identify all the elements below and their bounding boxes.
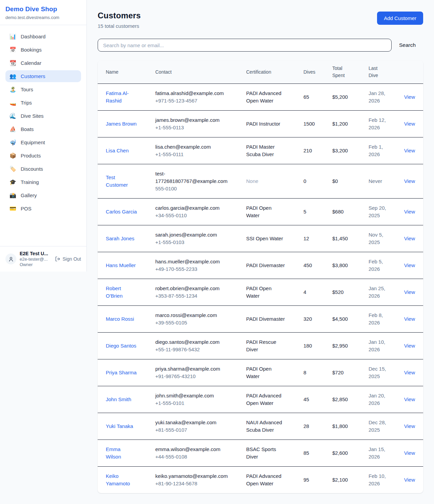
contact-cell: test-1772681807767@example.com 555-0100: [155, 164, 246, 199]
main-content: Customers 15 total customers Add Custome…: [87, 0, 434, 504]
dives-cell: 0: [303, 164, 332, 199]
view-customer-link[interactable]: View: [404, 477, 415, 483]
customer-certification: PADI Open Water: [246, 285, 286, 300]
search-button[interactable]: Search: [396, 40, 419, 50]
customer-certification: PADI Rescue Diver: [246, 338, 286, 353]
last-dive-cell: Feb 12, 2026: [369, 111, 398, 137]
customers-table-body: Fatima Al-Rashid fatima.alrashid@example…: [98, 84, 423, 493]
sidebar-item-pos[interactable]: 💳 POS: [5, 203, 81, 214]
total-spent-cell: $2,950: [332, 333, 369, 359]
sidebar-item-gallery[interactable]: 📸 Gallery: [5, 189, 81, 201]
customer-name-link[interactable]: Marco Rossi: [106, 315, 134, 323]
sidebar-item-customers[interactable]: 👥 Customers: [5, 70, 81, 82]
customer-certification: PADI Instructor: [246, 120, 280, 128]
customer-name-link[interactable]: John Smith: [106, 396, 131, 403]
sidebar-item-equipment[interactable]: 🤿 Equipment: [5, 136, 81, 148]
customer-name-link[interactable]: Emma Wilson: [106, 446, 137, 461]
name-cell: Priya Sharma: [98, 359, 155, 386]
customer-phone: +1-555-0103: [155, 239, 229, 246]
view-customer-link[interactable]: View: [404, 289, 415, 295]
sidebar-item-calendar[interactable]: 📆 Calendar: [5, 57, 81, 69]
view-customer-link[interactable]: View: [404, 396, 415, 402]
customers-icon: 👥: [9, 74, 16, 79]
sidebar-item-dashboard[interactable]: 📊 Dashboard: [5, 31, 81, 42]
view-customer-link[interactable]: View: [404, 178, 415, 184]
sidebar-item-discounts[interactable]: 🏷️ Discounts: [5, 163, 81, 175]
view-customer-link[interactable]: View: [404, 316, 415, 322]
total-spent-cell: $680: [332, 199, 369, 225]
customer-certification: None: [246, 178, 258, 185]
view-customer-link[interactable]: View: [404, 121, 415, 127]
customer-name-link[interactable]: Diego Santos: [106, 342, 136, 350]
sidebar-item-trips[interactable]: 🚤 Trips: [5, 97, 81, 109]
name-cell: Marco Rossi: [98, 306, 155, 333]
contact-cell: james.brown@example.com +1-555-0113: [155, 111, 246, 137]
sidebar-nav: 📊 Dashboard 📅 Bookings 📆 Calendar 👥 Cust…: [0, 25, 86, 219]
contact-cell: fatima.alrashid@example.com +971-55-123-…: [155, 84, 246, 111]
view-customer-link[interactable]: View: [404, 236, 415, 241]
view-customer-link[interactable]: View: [404, 370, 415, 375]
sidebar-item-products[interactable]: 📦 Products: [5, 150, 81, 162]
sign-out-button[interactable]: Sign Out: [55, 256, 81, 262]
gallery-icon: 📸: [9, 193, 16, 198]
sidebar-item-bookings[interactable]: 📅 Bookings: [5, 44, 81, 56]
add-customer-button[interactable]: Add Customer: [377, 12, 423, 25]
customer-name-link[interactable]: Priya Sharma: [106, 369, 137, 376]
sidebar: Demo Dive Shop demo.test.divestreams.com…: [0, 0, 87, 272]
customer-phone: +44-555-0108: [155, 453, 229, 461]
boats-icon: ⛵: [9, 127, 16, 132]
customer-phone: +91-98765-43210: [155, 373, 229, 380]
customer-count: 15 total customers: [98, 23, 141, 29]
customer-certification: PADI Advanced Open Water: [246, 392, 286, 407]
customer-phone: +81-90-1234-5678: [155, 480, 229, 487]
view-customer-link[interactable]: View: [404, 450, 415, 456]
customer-name-link[interactable]: Carlos Garcia: [106, 208, 137, 216]
customer-name-link[interactable]: Lisa Chen: [106, 147, 129, 154]
customer-name-link[interactable]: Hans Mueller: [106, 262, 136, 269]
search-row: Search: [98, 39, 423, 52]
customer-name-link[interactable]: Sarah Jones: [106, 235, 134, 242]
contact-cell: hans.mueller@example.com +49-170-555-223…: [155, 252, 246, 279]
dives-cell: 4: [303, 279, 332, 306]
dives-cell: 95: [303, 467, 332, 493]
total-spent-cell: $1,800: [332, 413, 369, 440]
table-row: James Brown james.brown@example.com +1-5…: [98, 111, 423, 137]
sidebar-item-dive-sites[interactable]: 🌊 Dive Sites: [5, 110, 81, 122]
last-dive-date: Jan 20, 2026: [369, 392, 390, 407]
view-customer-link[interactable]: View: [404, 94, 415, 100]
name-cell: Sarah Jones: [98, 225, 155, 252]
table-row: Diego Santos diego.santos@example.com +5…: [98, 333, 423, 359]
customer-phone: +1-555-0111: [155, 151, 229, 158]
sidebar-item-boats[interactable]: ⛵ Boats: [5, 123, 81, 135]
view-customer-link[interactable]: View: [404, 209, 415, 214]
contact-cell: lisa.chen@example.com +1-555-0111: [155, 137, 246, 164]
customer-name-link[interactable]: James Brown: [106, 120, 137, 128]
name-cell: Robert O'Brien: [98, 279, 155, 306]
view-customer-link[interactable]: View: [404, 423, 415, 429]
customer-name-link[interactable]: Keiko Yamamoto: [106, 472, 137, 487]
customer-name-link[interactable]: Yuki Tanaka: [106, 423, 133, 430]
view-customer-link[interactable]: View: [404, 343, 415, 349]
name-cell: Keiko Yamamoto: [98, 467, 155, 493]
customer-name-link[interactable]: Robert O'Brien: [106, 285, 137, 300]
customer-name-link[interactable]: Test Customer: [106, 174, 137, 189]
customer-email: john.smith@example.com: [155, 392, 229, 399]
customer-name-link[interactable]: Fatima Al-Rashid: [106, 90, 137, 105]
sidebar-item-training[interactable]: 🎓 Training: [5, 176, 81, 188]
last-dive-cell: Jan 28, 2026: [369, 84, 398, 111]
bookings-icon: 📅: [9, 47, 16, 53]
certification-cell: NAUI Advanced Scuba Diver: [246, 413, 303, 440]
last-dive-date: Dec 15, 2025: [369, 365, 390, 380]
sidebar-item-tours[interactable]: 🏝️ Tours: [5, 83, 81, 95]
view-customer-link[interactable]: View: [404, 148, 415, 153]
actions-cell: View: [398, 413, 423, 440]
customer-email: keiko.yamamoto@example.com: [155, 472, 229, 480]
column-header-dives: Dives: [303, 60, 332, 84]
search-input[interactable]: [98, 39, 392, 52]
column-header-name: Name: [98, 60, 155, 84]
view-customer-link[interactable]: View: [404, 262, 415, 268]
table-header: Name Contact Certification Dives Total S…: [98, 60, 423, 84]
customer-certification: SSI Open Water: [246, 235, 283, 242]
user-box: E2E Test U... e2e-tester@... Owner Sign …: [0, 246, 86, 272]
dives-cell: 5: [303, 199, 332, 225]
